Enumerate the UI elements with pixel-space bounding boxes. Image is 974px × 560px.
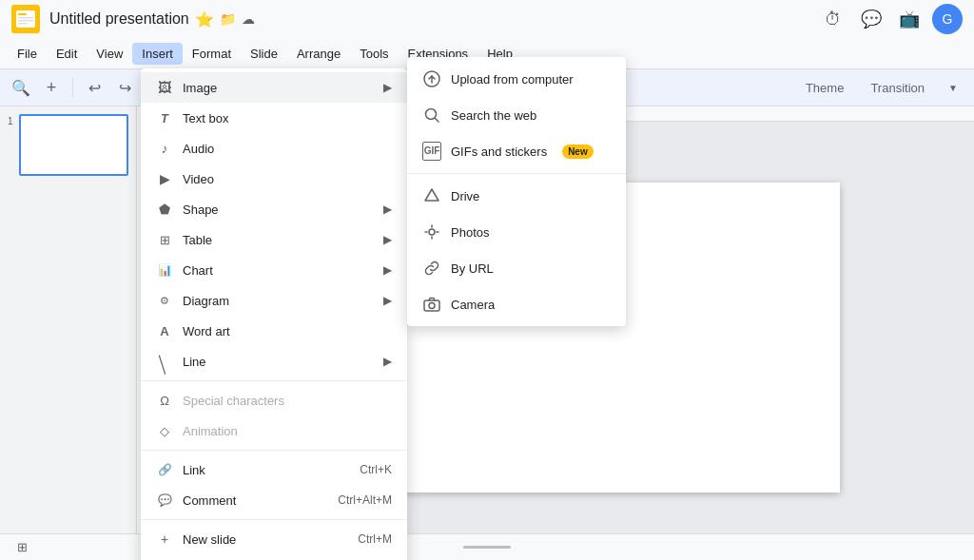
- table-arrow-icon: ▶: [383, 233, 392, 246]
- svg-rect-4: [18, 23, 28, 25]
- slide-thumbnail[interactable]: [19, 114, 128, 176]
- menu-view[interactable]: View: [87, 43, 132, 65]
- line-arrow-icon: ▶: [383, 355, 392, 368]
- toolbar-separator-1: [72, 78, 73, 97]
- link-shortcut: Ctrl+K: [360, 463, 392, 476]
- submenu-item-camera[interactable]: Camera: [407, 286, 626, 322]
- menu-label-shape: Shape: [183, 203, 219, 217]
- search-button[interactable]: 🔍: [8, 74, 34, 101]
- comment-icon[interactable]: 💬: [856, 4, 886, 34]
- menu-item-video[interactable]: ▶ Video: [141, 164, 407, 194]
- shape-arrow-icon: ▶: [383, 203, 392, 216]
- menu-item-chart[interactable]: 📊 Chart ▶: [141, 255, 407, 285]
- submenu-item-url[interactable]: By URL: [407, 250, 626, 286]
- menu-item-shape[interactable]: ⬟ Shape ▶: [141, 194, 407, 224]
- menu-arrange[interactable]: Arrange: [287, 43, 350, 65]
- present-icon[interactable]: 📺: [894, 4, 925, 34]
- submenu-label-photos: Photos: [451, 225, 489, 240]
- add-button[interactable]: +: [38, 74, 65, 101]
- menu-item-diagram[interactable]: ⚙ Diagram ▶: [141, 285, 407, 316]
- menu-item-wordart[interactable]: A Word art: [141, 316, 407, 346]
- menu-label-video: Video: [183, 172, 214, 186]
- submenu-label-upload: Upload from computer: [451, 72, 574, 87]
- svg-rect-1: [18, 13, 27, 15]
- svg-rect-3: [18, 20, 33, 22]
- svg-point-15: [429, 303, 435, 309]
- menu-insert[interactable]: Insert: [132, 43, 183, 65]
- insert-menu: 🖼 Image ▶ T Text box ♪ Audio ▶ Video ⬟ S…: [141, 68, 407, 560]
- line-icon: ╱: [152, 349, 176, 373]
- chart-arrow-icon: ▶: [383, 263, 392, 277]
- presentation-title[interactable]: Untitled presentation: [49, 10, 189, 28]
- diagram-icon: ⚙: [156, 292, 173, 309]
- diagram-arrow-icon: ▶: [383, 294, 392, 307]
- submenu-item-photos[interactable]: Photos: [407, 214, 626, 250]
- menu-item-audio[interactable]: ♪ Audio: [141, 133, 407, 164]
- menu-item-table[interactable]: ⊞ Table ▶: [141, 224, 407, 255]
- transition-tab[interactable]: Transition: [859, 77, 936, 99]
- cloud-icon[interactable]: ☁: [242, 11, 255, 27]
- wordart-icon: A: [156, 322, 173, 339]
- arrow-icon: ▶: [383, 81, 392, 94]
- slide-panel: 1: [0, 106, 137, 560]
- menu-item-comment[interactable]: 💬 Comment Ctrl+Alt+M: [141, 485, 407, 515]
- new-slide-icon: +: [156, 531, 173, 548]
- menu-item-slide-numbers[interactable]: # Slide numbers: [141, 554, 407, 560]
- menu-item-line[interactable]: ╱ Line ▶: [141, 346, 407, 377]
- theme-tab[interactable]: Theme: [794, 77, 855, 99]
- divider-1: [141, 380, 407, 381]
- undo-button[interactable]: ↩: [81, 74, 107, 101]
- comment-menu-icon: 💬: [156, 492, 173, 509]
- camera-icon: [422, 295, 441, 314]
- history-icon[interactable]: ⏱: [818, 4, 848, 34]
- menu-item-textbox[interactable]: T Text box: [141, 103, 407, 133]
- table-icon: ⊞: [156, 231, 173, 248]
- menu-label-special-chars: Special characters: [183, 394, 284, 408]
- gifs-icon: GIF: [422, 142, 441, 161]
- svg-rect-2: [18, 17, 33, 19]
- submenu-item-gifs[interactable]: GIF GIFs and stickers New: [407, 133, 626, 169]
- more-options-button[interactable]: ▼: [940, 74, 966, 101]
- animation-icon: ◇: [156, 422, 173, 439]
- submenu-item-search-web[interactable]: Search the web: [407, 97, 626, 133]
- submenu-item-upload[interactable]: Upload from computer: [407, 61, 626, 97]
- image-icon: 🖼: [156, 79, 173, 96]
- user-avatar[interactable]: G: [932, 4, 963, 34]
- image-submenu: Upload from computer Search the web GIF …: [407, 57, 626, 326]
- star-icon[interactable]: ⭐: [195, 10, 214, 29]
- bottom-left-icons: ⊞: [11, 537, 32, 558]
- redo-button[interactable]: ↪: [111, 74, 138, 101]
- right-icons: ⏱ 💬 📺 G: [818, 4, 963, 34]
- scroll-indicator: [463, 546, 511, 549]
- submenu-label-drive: Drive: [451, 189, 479, 203]
- svg-rect-0: [16, 10, 35, 28]
- svg-line-7: [435, 118, 438, 122]
- grid-view-icon[interactable]: ⊞: [11, 537, 32, 558]
- menu-label-link: Link: [183, 463, 205, 477]
- audio-icon: ♪: [156, 140, 173, 157]
- menu-item-link[interactable]: 🔗 Link Ctrl+K: [141, 454, 407, 485]
- menu-format[interactable]: Format: [183, 43, 241, 65]
- menu-file[interactable]: File: [8, 43, 47, 65]
- title-area: Untitled presentation ⭐ 📁 ☁: [49, 10, 255, 29]
- menu-tools[interactable]: Tools: [350, 43, 398, 65]
- folder-icon[interactable]: 📁: [220, 11, 236, 27]
- menu-item-new-slide[interactable]: + New slide Ctrl+M: [141, 524, 407, 554]
- toolbar-right: Theme Transition ▼: [794, 74, 966, 101]
- photos-icon: [422, 222, 441, 241]
- menu-item-image[interactable]: 🖼 Image ▶: [141, 72, 407, 103]
- submenu-label-gifs: GIFs and stickers: [451, 145, 547, 159]
- menu-item-special-chars: Ω Special characters: [141, 385, 407, 415]
- new-slide-shortcut: Ctrl+M: [358, 532, 392, 546]
- submenu-divider-1: [407, 173, 626, 174]
- menu-slide[interactable]: Slide: [241, 43, 287, 65]
- menu-label-line: Line: [183, 355, 206, 369]
- drive-icon: [422, 186, 441, 205]
- upload-icon: [422, 69, 441, 88]
- submenu-item-drive[interactable]: Drive: [407, 178, 626, 214]
- url-icon: [422, 259, 441, 278]
- svg-point-9: [429, 229, 435, 235]
- menu-edit[interactable]: Edit: [47, 43, 87, 65]
- menu-label-chart: Chart: [183, 263, 213, 278]
- link-icon: 🔗: [156, 461, 173, 478]
